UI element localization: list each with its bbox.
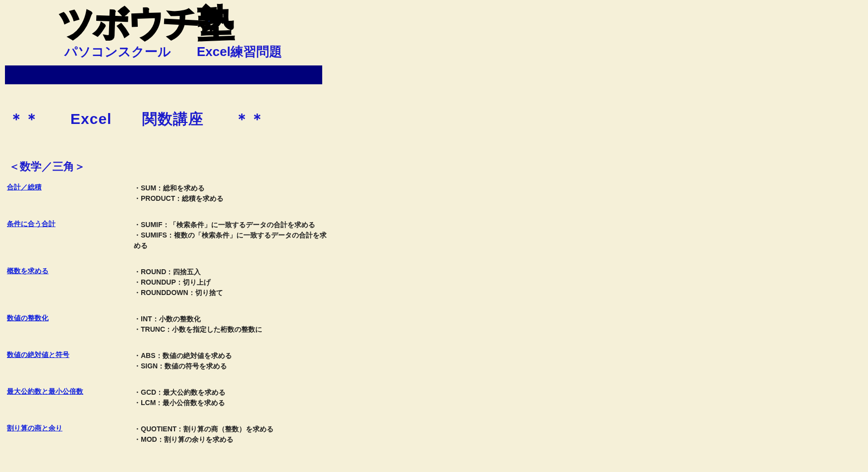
function-desc-line: ・GCD：最大公約数を求める — [134, 387, 332, 398]
function-row: 概数を求める・ROUND：四捨五入・ROUNDUP：切り上げ・ROUNDDOWN… — [5, 267, 863, 298]
function-desc-line: ・PRODUCT：総積を求める — [134, 193, 332, 204]
function-row: 合計／総積・SUM：総和を求める・PRODUCT：総積を求める — [5, 183, 863, 204]
function-desc-col: ・QUOTIENT：割り算の商（整数）を求める・MOD：割り算の余りを求める — [134, 424, 332, 445]
function-desc-col: ・ROUND：四捨五入・ROUNDUP：切り上げ・ROUNDDOWN：切り捨て — [134, 267, 332, 298]
function-row: 最大公約数と最小公倍数・GCD：最大公約数を求める・LCM：最小公倍数を求める — [5, 387, 863, 408]
function-desc-col: ・SUMIF：「検索条件」に一致するデータの合計を求める・SUMIFS：複数の「… — [134, 220, 332, 251]
function-list: 合計／総積・SUM：総和を求める・PRODUCT：総積を求める条件に合う合計・S… — [5, 183, 863, 445]
function-desc-line: ・ROUND：四捨五入 — [134, 267, 332, 277]
function-link-col: 数値の絶対値と符号 — [5, 351, 134, 359]
function-row: 数値の絶対値と符号・ABS：数値の絶対値を求める・SIGN：数値の符号を求める — [5, 351, 863, 371]
function-desc-col: ・ABS：数値の絶対値を求める・SIGN：数値の符号を求める — [134, 351, 332, 371]
function-link[interactable]: 合計／総積 — [7, 183, 42, 191]
function-desc-line: ・INT：小数の整数化 — [134, 314, 332, 324]
function-link[interactable]: 数値の絶対値と符号 — [7, 351, 69, 358]
function-link-col: 概数を求める — [5, 267, 134, 276]
function-desc-line: ・TRUNC：小数を指定した桁数の整数に — [134, 324, 332, 335]
logo-char-2: ボ — [94, 4, 129, 41]
function-link-col: 最大公約数と最小公倍数 — [5, 387, 134, 396]
logo-char-1: ツ — [58, 4, 95, 42]
function-link[interactable]: 最大公約数と最小公倍数 — [7, 387, 83, 395]
function-desc-line: ・SUM：総和を求める — [134, 183, 332, 193]
logo-char-4: チ — [163, 4, 199, 42]
function-desc-line: ・SIGN：数値の符号を求める — [134, 361, 332, 371]
logo: ツ ボ ウ チ 塾 — [59, 5, 863, 41]
function-row: 割り算の商と余り・QUOTIENT：割り算の商（整数）を求める・MOD：割り算の… — [5, 424, 863, 445]
function-desc-col: ・INT：小数の整数化・TRUNC：小数を指定した桁数の整数に — [134, 314, 332, 335]
function-desc-line: ・ROUNDUP：切り上げ — [134, 277, 332, 288]
page-title: ＊＊ Excel 関数講座 ＊＊ — [9, 109, 863, 129]
function-link[interactable]: 数値の整数化 — [7, 314, 49, 322]
subtitle: パソコンスクール Excel練習問題 — [59, 43, 863, 60]
navbar — [5, 65, 322, 84]
header: ツ ボ ウ チ 塾 パソコンスクール Excel練習問題 — [5, 5, 863, 60]
function-desc-line: ・SUMIFS：複数の「検索条件」に一致するデータの合計を求める — [134, 230, 332, 251]
function-desc-line: ・ROUNDDOWN：切り捨て — [134, 288, 332, 298]
function-desc-col: ・GCD：最大公約数を求める・LCM：最小公倍数を求める — [134, 387, 332, 408]
function-link[interactable]: 割り算の商と余り — [7, 424, 62, 432]
function-desc-line: ・MOD：割り算の余りを求める — [134, 434, 332, 445]
function-desc-line: ・SUMIF：「検索条件」に一致するデータの合計を求める — [134, 220, 332, 230]
function-link-col: 割り算の商と余り — [5, 424, 134, 433]
function-row: 数値の整数化・INT：小数の整数化・TRUNC：小数を指定した桁数の整数に — [5, 314, 863, 335]
function-desc-col: ・SUM：総和を求める・PRODUCT：総積を求める — [134, 183, 332, 204]
function-link-col: 数値の整数化 — [5, 314, 134, 323]
section-title: ＜数学／三角＞ — [9, 159, 863, 174]
function-link[interactable]: 概数を求める — [7, 267, 49, 275]
function-desc-line: ・ABS：数値の絶対値を求める — [134, 351, 332, 361]
function-desc-line: ・LCM：最小公倍数を求める — [134, 398, 332, 408]
function-link-col: 合計／総積 — [5, 183, 134, 192]
logo-char-3: ウ — [128, 4, 164, 41]
function-link[interactable]: 条件に合う合計 — [7, 220, 56, 228]
logo-char-5: 塾 — [198, 4, 232, 41]
function-row: 条件に合う合計・SUMIF：「検索条件」に一致するデータの合計を求める・SUMI… — [5, 220, 863, 251]
function-link-col: 条件に合う合計 — [5, 220, 134, 229]
function-desc-line: ・QUOTIENT：割り算の商（整数）を求める — [134, 424, 332, 434]
